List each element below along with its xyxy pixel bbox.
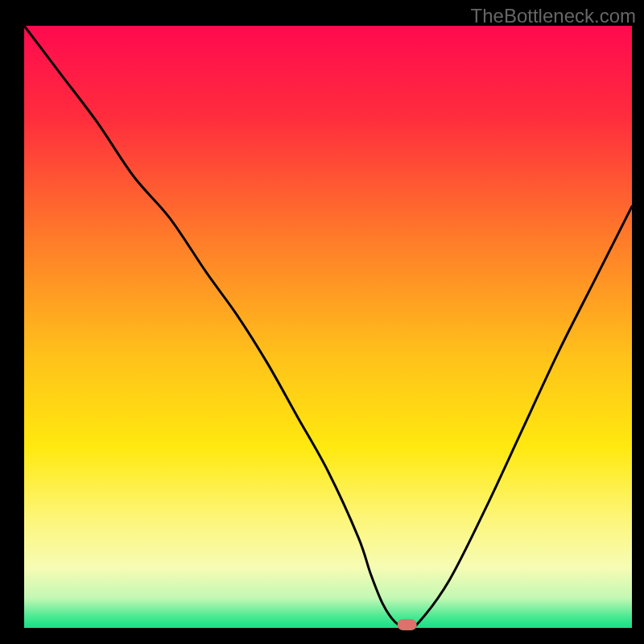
attribution-text: TheBottleneck.com	[471, 5, 636, 27]
chart-frame: TheBottleneck.com	[0, 0, 644, 644]
optimum-marker	[398, 619, 417, 630]
plot-area	[24, 26, 632, 628]
bottleneck-chart	[0, 0, 644, 644]
